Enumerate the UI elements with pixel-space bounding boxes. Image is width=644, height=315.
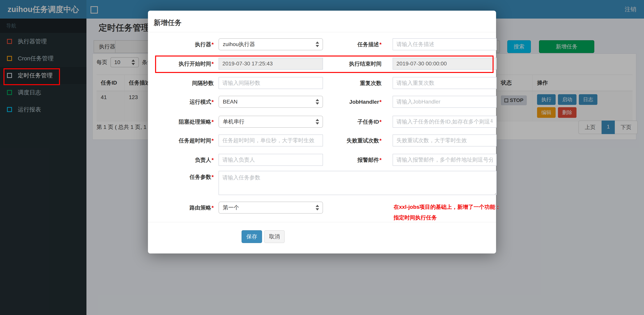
fail-retry-label: 失败重试次数* — [324, 134, 382, 147]
block-strategy-select-value: 单机串行 — [223, 118, 244, 125]
modal-red-note: 在xxl-jobs项目的基础上，新增了一个功能： 指定时间执行任务 — [394, 202, 502, 223]
executor-label: 执行器* — [154, 38, 214, 51]
add-task-modal: 新增任务 执行器* zuihou执行器 任务描述* 执行开始时间* 执行结束时间… — [148, 11, 496, 253]
run-mode-label: 运行模式* — [154, 96, 214, 108]
job-desc-input[interactable] — [392, 38, 497, 50]
alarm-email-input[interactable] — [392, 154, 497, 166]
run-mode-select-value: BEAN — [223, 99, 238, 105]
owner-input[interactable] — [218, 154, 323, 166]
job-desc-label: 任务描述* — [324, 38, 382, 51]
job-handler-label: JobHandler* — [324, 96, 382, 108]
run-mode-select[interactable]: BEAN — [218, 96, 323, 108]
block-strategy-label: 阻塞处理策略* — [154, 116, 214, 128]
fail-retry-input[interactable] — [392, 134, 497, 146]
child-id-input[interactable] — [392, 116, 497, 128]
repeat-label: 重复次数 — [324, 77, 382, 89]
route-strategy-label: 路由策略* — [154, 202, 214, 214]
cancel-button[interactable]: 取消 — [264, 230, 285, 243]
timeout-input[interactable] — [218, 134, 323, 146]
red-note-line1: 在xxl-jobs项目的基础上，新增了一个功能： — [394, 202, 502, 212]
job-param-textarea[interactable] — [218, 171, 497, 195]
annotation-box-time-row — [155, 56, 494, 73]
select-caret-icon — [316, 205, 319, 210]
modal-footer-divider — [148, 222, 496, 222]
job-param-label: 任务参数* — [154, 171, 214, 183]
annotation-box-sidebar-timed-task — [4, 68, 60, 85]
executor-select-value: zuihou执行器 — [223, 41, 255, 48]
block-strategy-select[interactable]: 单机串行 — [218, 116, 323, 128]
select-caret-icon — [316, 99, 319, 105]
alarm-email-label: 报警邮件* — [324, 154, 382, 166]
job-handler-input[interactable] — [392, 96, 497, 108]
red-note-line2: 指定时间执行任务 — [394, 212, 502, 223]
select-caret-icon — [316, 42, 319, 47]
save-button[interactable]: 保存 — [242, 230, 262, 243]
select-caret-icon — [316, 119, 319, 125]
interval-label: 间隔秒数 — [154, 77, 214, 89]
repeat-input[interactable] — [392, 77, 497, 89]
route-strategy-select-value: 第一个 — [223, 204, 239, 211]
modal-divider — [148, 32, 496, 32]
route-strategy-select[interactable]: 第一个 — [218, 202, 323, 214]
modal-title: 新增任务 — [154, 18, 182, 28]
app-window: zuihou任务调度中心 注销 导航 执行器管理 Cron任务管理 定时任务管理… — [0, 0, 644, 315]
child-id-label: 子任务ID* — [324, 116, 382, 128]
executor-select[interactable]: zuihou执行器 — [218, 38, 323, 50]
interval-input[interactable] — [218, 77, 323, 89]
owner-label: 负责人* — [154, 154, 214, 166]
timeout-label: 任务超时时间* — [154, 134, 214, 147]
